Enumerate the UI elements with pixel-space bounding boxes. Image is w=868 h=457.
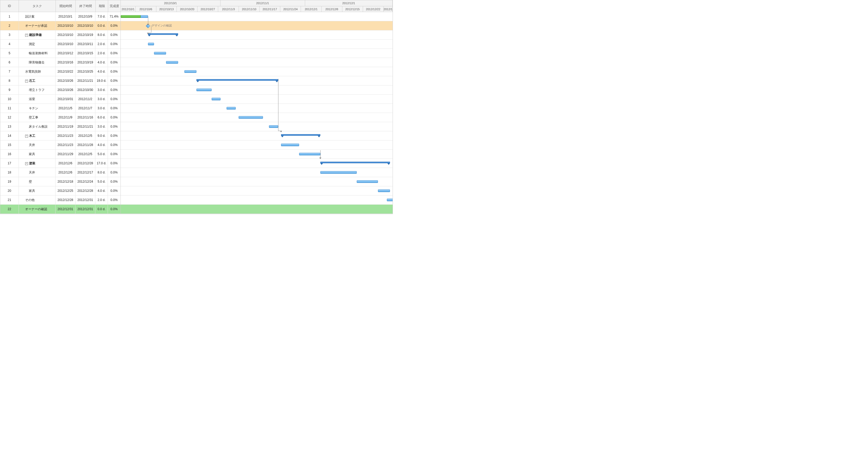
table-row[interactable]: 18天井2012/12/62012/12/178.0 d.0.0%	[0, 168, 121, 177]
table-row[interactable]: 19壁2012/12/182012/12/245.0 d.0.0%	[0, 177, 121, 186]
timeline-body[interactable]: デザインの確認	[121, 12, 393, 214]
timeline-row[interactable]	[121, 177, 393, 186]
col-header-id[interactable]: ID	[0, 0, 19, 12]
collapse-icon[interactable]: −	[25, 80, 28, 83]
task-bar[interactable]	[148, 43, 154, 45]
week-header: 2012/10/1	[121, 6, 136, 12]
timeline-row[interactable]	[121, 122, 393, 131]
task-bar[interactable]	[299, 153, 320, 155]
timeline-row[interactable]	[121, 30, 393, 39]
timeline[interactable]: 2012/10/12012/11/12012/12/1 2012/10/1201…	[121, 0, 393, 214]
table-row[interactable]: 11キチン2012/11/52012/11/73.0 d.0.0%	[0, 104, 121, 113]
summary-bar[interactable]	[281, 134, 320, 136]
summary-bar[interactable]	[320, 162, 390, 163]
cell-end: 2012/12/5	[75, 150, 95, 158]
timeline-row[interactable]	[121, 186, 393, 195]
table-row[interactable]: 8−石工2012/10/262012/11/2119.0 d.0.0%	[0, 76, 121, 85]
timeline-row[interactable]	[121, 205, 393, 214]
collapse-icon[interactable]: −	[25, 135, 28, 138]
table-row[interactable]: 4測定2012/10/102012/10/112.0 d.0.0%	[0, 39, 121, 49]
timeline-row[interactable]	[121, 12, 393, 21]
timeline-row[interactable]	[121, 67, 393, 76]
collapse-icon[interactable]: −	[25, 34, 28, 37]
table-row[interactable]: 16家具2012/11/292012/12/55.0 d.0.0%	[0, 150, 121, 159]
collapse-icon[interactable]: −	[25, 162, 28, 165]
task-bar[interactable]	[239, 116, 263, 119]
table-row[interactable]: 17−塗装2012/12/62012/12/2817.0 d.0.0%	[0, 159, 121, 168]
cell-duration: 2.0 d.	[95, 39, 108, 49]
table-row[interactable]: 7水電気技師2012/10/222012/10/254.0 d.0.0%	[0, 67, 121, 76]
cell-end: 2012/12/5	[75, 131, 95, 140]
table-row[interactable]: 22オーナーの確認2012/12/312012/12/310.0 d.0.0%	[0, 205, 121, 214]
timeline-row[interactable]	[121, 131, 393, 141]
timeline-row[interactable]: デザインの確認	[121, 21, 393, 30]
timeline-row[interactable]	[121, 113, 393, 122]
cell-start: 2012/12/28	[56, 195, 75, 204]
task-bar[interactable]	[212, 98, 221, 100]
table-row[interactable]: 20家具2012/12/252012/12/284.0 d.0.0%	[0, 186, 121, 195]
task-bar[interactable]	[320, 171, 357, 174]
task-bar[interactable]	[269, 125, 278, 128]
cell-task: 壁工事	[19, 113, 56, 122]
cell-percent: 0.0%	[108, 95, 120, 103]
col-header-end[interactable]: 終了時間	[76, 0, 96, 12]
cell-duration: 2.0 d.	[95, 49, 108, 58]
timeline-row[interactable]	[121, 195, 393, 205]
col-header-start[interactable]: 開始時間	[56, 0, 76, 12]
cell-start: 2012/11/19	[56, 122, 75, 131]
cell-id: 20	[0, 186, 19, 195]
timeline-row[interactable]	[121, 159, 393, 168]
timeline-row[interactable]	[121, 76, 393, 85]
table-row[interactable]: 13床タイル敷設2012/11/192012/11/213.0 d.0.0%	[0, 122, 121, 131]
cell-start: 2012/10/10	[56, 30, 75, 39]
table-row[interactable]: 12壁工事2012/11/92012/11/166.0 d.0.0%	[0, 113, 121, 122]
table-row[interactable]: 10浴室2012/10/312012/11/23.0 d.0.0%	[0, 95, 121, 104]
cell-duration: 17.0 d.	[95, 159, 108, 168]
cell-id: 5	[0, 49, 19, 58]
summary-bar[interactable]	[148, 33, 178, 35]
table-row[interactable]: 3−建設準備2012/10/102012/10/198.0 d.0.0%	[0, 30, 121, 39]
table-row[interactable]: 21その他2012/12/282012/12/312.0 d.0.0%	[0, 195, 121, 205]
timeline-row[interactable]	[121, 168, 393, 177]
task-bar[interactable]	[196, 89, 212, 91]
col-header-duration[interactable]: 期限	[96, 0, 108, 12]
timeline-row[interactable]	[121, 58, 393, 67]
cell-percent: 71.4%	[108, 12, 120, 21]
task-bar[interactable]	[357, 180, 378, 183]
timeline-row[interactable]	[121, 85, 393, 95]
timeline-row[interactable]	[121, 104, 393, 113]
table-row[interactable]: 1設計案2012/10/12012/10/97.0 d.71.4%	[0, 12, 121, 21]
table-row[interactable]: 14−木工2012/11/232012/12/59.0 d.0.0%	[0, 131, 121, 141]
task-bar[interactable]	[226, 107, 236, 110]
cell-start: 2012/11/29	[56, 150, 75, 158]
table-row[interactable]: 15天井2012/11/232012/11/284.0 d.0.0%	[0, 141, 121, 150]
week-header: 2012/12/22	[363, 6, 384, 12]
dependency-arrow-icon	[319, 157, 321, 159]
task-bar[interactable]	[281, 144, 299, 146]
cell-start: 2012/12/31	[56, 205, 75, 214]
cell-end: 2012/11/21	[75, 122, 95, 131]
task-bar[interactable]	[154, 52, 166, 55]
table-row[interactable]: 5輸送装飾材料2012/10/122012/10/152.0 d.0.0%	[0, 49, 121, 58]
table-row[interactable]: 2オーナーが承認2012/10/102012/10/100.0 d.0.0%	[0, 21, 121, 30]
table-row[interactable]: 6障害物撤去2012/10/162012/10/194.0 d.0.0%	[0, 58, 121, 67]
col-header-percent[interactable]: 完成度	[108, 0, 121, 12]
table-row[interactable]: 9埋立トラフ2012/10/262012/10/303.0 d.0.0%	[0, 85, 121, 95]
task-bar[interactable]	[184, 70, 196, 73]
cell-duration: 3.0 d.	[95, 85, 108, 94]
timeline-row[interactable]	[121, 95, 393, 104]
cell-duration: 8.0 d.	[95, 30, 108, 39]
timeline-row[interactable]	[121, 39, 393, 49]
task-bar[interactable]	[387, 199, 393, 201]
timeline-row[interactable]	[121, 141, 393, 150]
col-header-task[interactable]: タスク	[19, 0, 56, 12]
cell-end: 2012/10/30	[75, 85, 95, 94]
timeline-row[interactable]	[121, 150, 393, 159]
summary-bar[interactable]	[196, 79, 278, 81]
week-header: 2012/10/13	[156, 6, 177, 12]
task-bar[interactable]	[121, 15, 148, 18]
timeline-row[interactable]	[121, 49, 393, 58]
cell-id: 19	[0, 177, 19, 186]
task-bar[interactable]	[166, 61, 178, 64]
task-bar[interactable]	[378, 189, 390, 192]
